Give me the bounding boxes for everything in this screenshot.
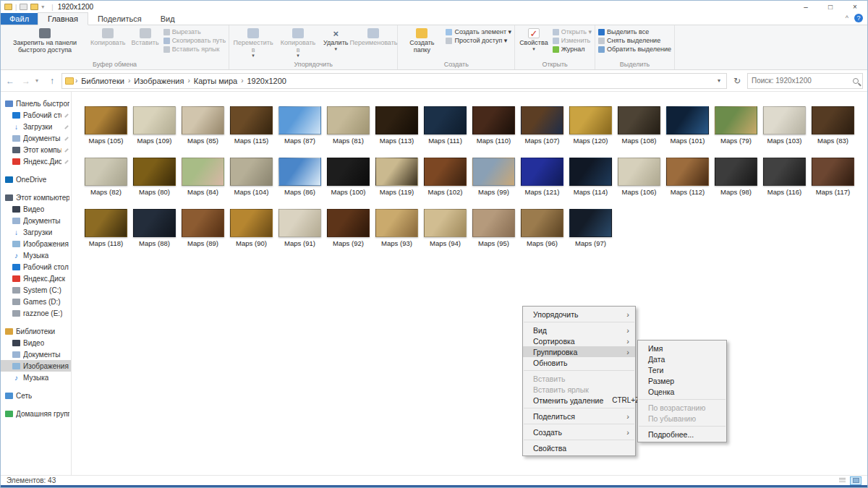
sidebar-item-Загрузки[interactable]: ↓Загрузки bbox=[1, 121, 71, 132]
sidebar-item-razznoe (E:)[interactable]: razznoe (E:) bbox=[1, 307, 71, 319]
sidebar-item-Музыка[interactable]: ♪Музыка bbox=[1, 249, 71, 261]
minimize-button[interactable]: – bbox=[793, 1, 818, 13]
sidebar-item-Музыка[interactable]: ♪Музыка bbox=[1, 372, 71, 383]
menu-item-Размер[interactable]: Размер bbox=[638, 375, 726, 386]
menu-item-Создать[interactable]: Создать› bbox=[523, 427, 635, 437]
menu-item-Дата[interactable]: Дата bbox=[638, 354, 726, 364]
tab-Файл[interactable]: Файл bbox=[1, 13, 38, 25]
ribbon-button-Простой доступ ▾[interactable]: Простой доступ ▾ bbox=[446, 37, 511, 44]
back-button[interactable]: ← bbox=[4, 76, 17, 86]
file-item[interactable]: Maps (107) bbox=[518, 106, 566, 145]
ribbon-button-Скопировать путь[interactable]: Скопировать путь bbox=[163, 37, 226, 44]
file-item[interactable]: Maps (86) bbox=[276, 158, 324, 196]
file-item[interactable]: Maps (88) bbox=[130, 209, 179, 247]
menu-item-Поделиться[interactable]: Поделиться› bbox=[523, 411, 635, 421]
maximize-button[interactable]: □ bbox=[818, 1, 843, 13]
sidebar-item-Видео[interactable]: Видео bbox=[1, 337, 71, 348]
sidebar-item-Изображения[interactable]: Изображения bbox=[1, 238, 71, 249]
tab-Вид[interactable]: Вид bbox=[151, 13, 184, 25]
help-icon[interactable]: ? bbox=[854, 14, 863, 22]
file-item[interactable]: Maps (79) bbox=[712, 106, 760, 145]
ribbon-button-Переместить в[interactable]: Переместить в▾ bbox=[231, 27, 276, 59]
sidebar-item-Этот компьютер[interactable]: Этот компьютер bbox=[1, 192, 71, 203]
file-item[interactable]: Maps (104) bbox=[227, 158, 276, 196]
menu-item-Имя[interactable]: Имя bbox=[638, 343, 726, 354]
file-item[interactable]: Maps (82) bbox=[82, 158, 130, 196]
menu-item-Теги[interactable]: Теги bbox=[638, 364, 726, 375]
file-item[interactable]: Maps (96) bbox=[518, 209, 566, 247]
properties-icon[interactable] bbox=[20, 4, 27, 10]
file-item[interactable]: Maps (84) bbox=[179, 158, 227, 196]
file-item[interactable]: Maps (100) bbox=[324, 158, 373, 196]
breadcrumb-item[interactable]: Карты мира bbox=[192, 77, 239, 85]
ribbon-button-Выделить все[interactable]: Выделить все bbox=[598, 28, 671, 35]
file-item[interactable]: Maps (119) bbox=[373, 158, 421, 196]
details-view-button[interactable] bbox=[836, 476, 848, 485]
file-item[interactable]: Maps (110) bbox=[469, 106, 518, 145]
file-item[interactable]: Maps (81) bbox=[324, 106, 373, 145]
sidebar-item-Изображения[interactable]: Изображения bbox=[1, 360, 71, 372]
ribbon-button-Закрепить на панели быстрого доступа[interactable]: Закрепить на панели быстрого доступа bbox=[2, 27, 88, 55]
file-item[interactable]: Maps (118) bbox=[82, 209, 130, 247]
sidebar-item-Яндекс.Диск[interactable]: Яндекс.Диск bbox=[1, 155, 71, 167]
tab-Главная[interactable]: Главная bbox=[38, 12, 88, 25]
ribbon-button-Вставить ярлык[interactable]: Вставить ярлык bbox=[163, 46, 226, 53]
file-item[interactable]: Maps (121) bbox=[518, 158, 566, 196]
file-item[interactable]: Maps (101) bbox=[663, 106, 712, 145]
file-item[interactable]: Maps (108) bbox=[615, 106, 663, 145]
menu-item-Сортировка[interactable]: Сортировка› bbox=[523, 335, 635, 346]
breadcrumb-item[interactable]: Библиотеки bbox=[79, 77, 127, 85]
breadcrumb[interactable]: ›Библиотеки›Изображения›Карты мира›1920x… bbox=[61, 73, 727, 89]
sidebar-item-Видео[interactable]: Видео bbox=[1, 203, 71, 215]
ribbon-button-Создать элемент ▾[interactable]: Создать элемент ▾ bbox=[446, 28, 511, 35]
file-item[interactable]: Maps (98) bbox=[712, 158, 760, 196]
tab-Поделиться[interactable]: Поделиться bbox=[88, 13, 151, 25]
file-item[interactable]: Maps (102) bbox=[421, 158, 469, 196]
sidebar-item-Библиотеки[interactable]: Библиотеки bbox=[1, 325, 71, 337]
close-button[interactable]: × bbox=[843, 1, 867, 13]
file-item[interactable]: Maps (80) bbox=[130, 158, 179, 196]
ribbon-button-Снять выделение[interactable]: Снять выделение bbox=[598, 37, 671, 44]
file-item[interactable]: Maps (94) bbox=[421, 209, 469, 247]
file-item[interactable]: Maps (97) bbox=[566, 209, 615, 247]
ribbon-button-Копировать в[interactable]: Копировать в▾ bbox=[276, 27, 320, 59]
file-item[interactable]: Maps (89) bbox=[179, 209, 227, 247]
file-item[interactable]: Maps (91) bbox=[276, 209, 324, 247]
ribbon-button-Обратить выделение[interactable]: Обратить выделение bbox=[598, 46, 671, 53]
folder-icon[interactable] bbox=[30, 4, 38, 10]
menu-item-Свойства[interactable]: Свойства bbox=[523, 442, 635, 453]
file-item[interactable]: Maps (116) bbox=[760, 158, 809, 196]
file-item[interactable]: Maps (111) bbox=[421, 106, 469, 145]
history-dropdown-icon[interactable]: ▾ bbox=[35, 77, 43, 84]
menu-item-Отменить удаление[interactable]: Отменить удалениеCTRL+Z bbox=[523, 395, 635, 406]
address-dropdown-icon[interactable]: ▾ bbox=[715, 77, 723, 84]
file-item[interactable]: Maps (114) bbox=[566, 158, 615, 196]
file-item[interactable]: Maps (95) bbox=[469, 209, 518, 247]
file-item[interactable]: Maps (115) bbox=[227, 106, 276, 145]
sidebar-item-Рабочий стол[interactable]: Рабочий стол bbox=[1, 261, 71, 273]
file-item[interactable]: Maps (117) bbox=[809, 158, 857, 196]
file-item[interactable]: Maps (112) bbox=[663, 158, 712, 196]
file-item[interactable]: Maps (83) bbox=[809, 106, 857, 145]
thumbnails-view-button[interactable] bbox=[850, 476, 861, 485]
sidebar-item-Яндекс.Диск[interactable]: Яндекс.Диск bbox=[1, 273, 71, 284]
file-item[interactable]: Maps (90) bbox=[227, 209, 276, 247]
sidebar-item-Рабочий стол[interactable]: Рабочий стол bbox=[1, 109, 71, 121]
folder-icon[interactable] bbox=[4, 4, 12, 10]
ribbon-button-Переименовать[interactable]: Переименовать bbox=[351, 27, 396, 48]
ribbon-button-Вырезать[interactable]: Вырезать bbox=[163, 28, 226, 35]
file-item[interactable]: Maps (113) bbox=[373, 106, 421, 145]
file-item[interactable]: Maps (87) bbox=[276, 106, 324, 145]
file-item[interactable]: Maps (92) bbox=[324, 209, 373, 247]
menu-item-Подробнее...[interactable]: Подробнее... bbox=[638, 429, 726, 440]
ribbon-button-Свойства[interactable]: ✓Свойства▾ bbox=[516, 27, 551, 53]
sidebar-item-Документы[interactable]: Документы bbox=[1, 348, 71, 360]
up-button[interactable]: ↑ bbox=[46, 76, 59, 86]
breadcrumb-item[interactable]: Изображения bbox=[132, 77, 186, 85]
sidebar-item-Документы[interactable]: Документы bbox=[1, 215, 71, 226]
ribbon-button-Копировать[interactable]: Копировать bbox=[88, 27, 128, 48]
sidebar-item-Домашняя группа[interactable]: Домашняя группа bbox=[1, 408, 71, 419]
forward-button[interactable]: → bbox=[20, 76, 33, 86]
sidebar-item-Документы[interactable]: Документы bbox=[1, 132, 71, 144]
breadcrumb-item[interactable]: 1920x1200 bbox=[244, 77, 288, 85]
